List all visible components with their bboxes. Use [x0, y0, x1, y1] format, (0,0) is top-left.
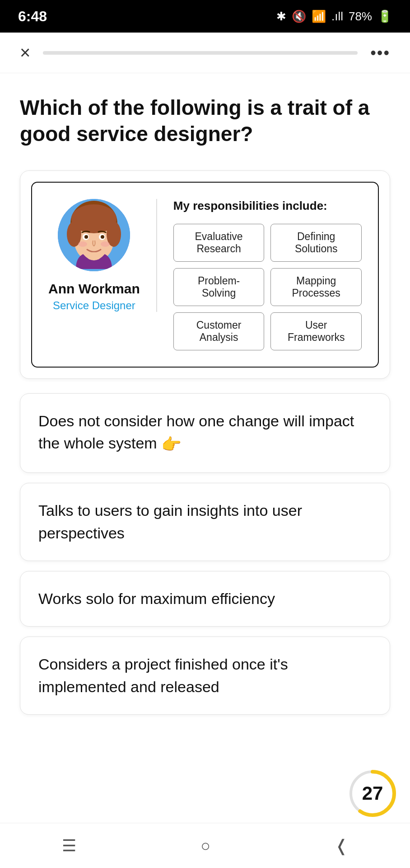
- svg-point-12: [101, 241, 110, 247]
- profile-left: Ann Workman Service Designer: [48, 199, 157, 312]
- responsibility-tag: Customer Analysis: [173, 312, 265, 350]
- status-time: 6:48: [18, 8, 47, 25]
- answer-option-1-text: Does not consider how one change will im…: [38, 412, 354, 452]
- responsibilities-title: My responsibilities include:: [173, 199, 362, 213]
- responsibility-tag: Defining Solutions: [270, 224, 362, 262]
- timer-badge: 27: [348, 769, 397, 818]
- profile-role: Service Designer: [53, 299, 135, 312]
- cursor-hand-icon: 👉: [161, 433, 182, 456]
- profile-card-wrapper: Ann Workman Service Designer My responsi…: [20, 170, 390, 379]
- svg-point-8: [84, 235, 88, 239]
- responsibility-tag: User Frameworks: [270, 312, 362, 350]
- responsibility-tag: Mapping Processes: [270, 268, 362, 306]
- answer-option-2[interactable]: Talks to users to gain insights into use…: [20, 483, 390, 561]
- avatar: [58, 199, 130, 271]
- profile-card: Ann Workman Service Designer My responsi…: [31, 182, 379, 368]
- timer-number: 27: [362, 783, 383, 804]
- svg-point-11: [78, 241, 87, 247]
- close-button[interactable]: ×: [20, 42, 30, 63]
- wifi-icon: 📶: [312, 9, 326, 24]
- answer-option-1[interactable]: Does not consider how one change will im…: [20, 393, 390, 473]
- bottom-nav: ☰ ○ ❬: [0, 823, 410, 868]
- more-options-button[interactable]: •••: [370, 43, 390, 62]
- answer-option-4-text: Considers a project finished once it's i…: [38, 656, 288, 695]
- menu-icon[interactable]: ☰: [62, 836, 76, 855]
- svg-point-9: [101, 235, 104, 239]
- status-bar: 6:48 ✱ 🔇 📶 .ıll 78% 🔋: [0, 0, 410, 33]
- signal-icon: .ıll: [331, 9, 343, 24]
- question-title: Which of the following is a trait of a g…: [20, 95, 390, 147]
- mute-icon: 🔇: [292, 9, 306, 24]
- progress-bar: [43, 51, 358, 55]
- answer-option-3[interactable]: Works solo for maximum efficiency: [20, 571, 390, 627]
- responsibility-tag: Evaluative Research: [173, 224, 265, 262]
- answer-option-2-text: Talks to users to gain insights into use…: [38, 502, 302, 541]
- profile-right: My responsibilities include: Evaluative …: [157, 199, 362, 350]
- status-icons: ✱ 🔇 📶 .ıll 78% 🔋: [276, 9, 392, 24]
- answer-option-3-text: Works solo for maximum efficiency: [38, 590, 275, 607]
- avatar-svg: [58, 199, 130, 271]
- responsibility-tag: Problem-Solving: [173, 268, 265, 306]
- battery-percent: 78%: [349, 9, 372, 24]
- svg-rect-10: [89, 252, 99, 259]
- bluetooth-icon: ✱: [276, 9, 286, 24]
- main-content: Which of the following is a trait of a g…: [0, 73, 410, 752]
- nav-bar: × •••: [0, 33, 410, 73]
- back-icon[interactable]: ❬: [335, 836, 348, 855]
- answer-option-4[interactable]: Considers a project finished once it's i…: [20, 637, 390, 715]
- home-icon[interactable]: ○: [200, 836, 210, 855]
- profile-name: Ann Workman: [48, 281, 140, 297]
- responsibilities-grid: Evaluative Research Defining Solutions P…: [173, 224, 362, 350]
- battery-icon: 🔋: [377, 9, 392, 24]
